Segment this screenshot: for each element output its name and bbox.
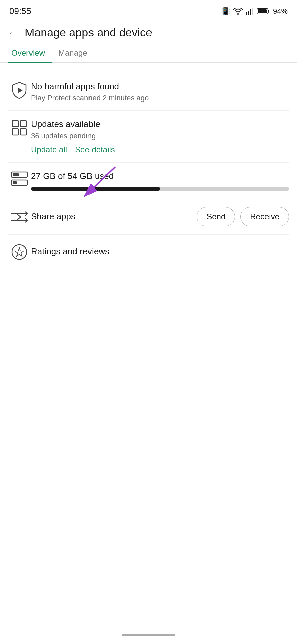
svg-rect-3	[250, 9, 251, 15]
svg-point-0	[237, 13, 239, 15]
updates-icon	[8, 119, 31, 136]
svg-rect-6	[268, 10, 269, 13]
signal-icon	[246, 8, 253, 15]
storage-text: 27 GB of 54 GB used	[31, 171, 289, 182]
content-area: No harmful apps found Play Protect scann…	[0, 63, 297, 268]
status-icons: 📳 94%	[221, 7, 288, 16]
update-all-link[interactable]: Update all	[31, 145, 67, 154]
page-title: Manage apps and device	[25, 26, 152, 39]
status-time: 09:55	[9, 6, 31, 16]
share-apps-section: Share apps Send Receive	[8, 199, 289, 234]
battery-percent: 94%	[273, 7, 288, 16]
svg-rect-14	[13, 173, 19, 176]
home-indicator	[122, 634, 175, 636]
ratings-label: Ratings and reviews	[31, 246, 289, 257]
play-protect-section: No harmful apps found Play Protect scann…	[8, 73, 289, 110]
share-apps-icon	[8, 210, 31, 224]
battery-icon	[257, 8, 270, 15]
svg-rect-1	[246, 12, 247, 15]
share-app-buttons: Send Receive	[197, 207, 289, 226]
storage-bar-fill	[31, 187, 160, 191]
updates-subtitle: 36 updates pending	[31, 131, 289, 140]
play-protect-title: No harmful apps found	[31, 81, 289, 92]
ratings-section: Ratings and reviews	[8, 235, 289, 268]
wifi-icon	[233, 8, 243, 15]
svg-marker-8	[18, 88, 23, 93]
ratings-icon	[8, 244, 31, 260]
storage-section: 27 GB of 54 GB used	[8, 163, 289, 199]
svg-rect-12	[20, 129, 26, 135]
share-apps-label: Share apps	[31, 211, 197, 222]
vibrate-icon: 📳	[221, 7, 230, 16]
svg-rect-2	[248, 11, 249, 15]
receive-button[interactable]: Receive	[240, 207, 289, 226]
play-protect-subtitle: Play Protect scanned 2 minutes ago	[31, 94, 289, 102]
updates-section: Updates available 36 updates pending Upd…	[8, 111, 289, 162]
svg-rect-10	[20, 121, 26, 127]
svg-marker-18	[15, 248, 24, 256]
tab-manage[interactable]: Manage	[55, 44, 94, 62]
status-bar: 09:55 📳 94%	[0, 0, 297, 20]
back-button[interactable]: ←	[8, 28, 18, 38]
tab-overview[interactable]: Overview	[8, 44, 52, 62]
storage-bar	[31, 187, 289, 191]
svg-rect-16	[13, 181, 17, 184]
svg-rect-11	[12, 129, 18, 135]
updates-title: Updates available	[31, 119, 289, 130]
tabs: Overview Manage	[0, 44, 297, 63]
send-button[interactable]: Send	[197, 207, 235, 226]
updates-actions: Update all See details	[31, 145, 289, 154]
play-protect-icon	[8, 82, 31, 99]
header: ← Manage apps and device	[0, 20, 297, 42]
svg-rect-9	[12, 121, 18, 127]
storage-icon	[8, 171, 31, 186]
see-details-link[interactable]: See details	[75, 145, 115, 154]
svg-rect-4	[252, 8, 253, 15]
svg-rect-7	[258, 9, 267, 13]
